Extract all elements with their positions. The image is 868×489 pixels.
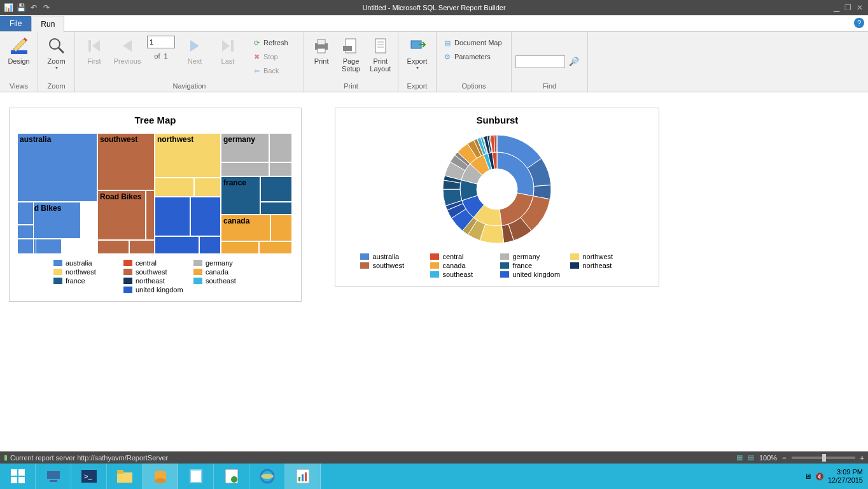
legend-item: united kingdom bbox=[500, 271, 564, 278]
svg-line-2 bbox=[59, 48, 64, 53]
back-button[interactable]: ⬅Back bbox=[249, 64, 291, 78]
taskbar-report-builder[interactable] bbox=[285, 464, 321, 489]
svg-rect-10 bbox=[375, 39, 386, 53]
svg-rect-35 bbox=[298, 477, 300, 481]
treemap-title: Tree Map bbox=[10, 108, 301, 129]
zoom-slider[interactable] bbox=[792, 457, 855, 459]
zoom-button[interactable]: Zoom ▾ bbox=[42, 34, 71, 71]
legend-item: northwest bbox=[570, 253, 634, 260]
legend-item: canada bbox=[193, 268, 257, 276]
svg-rect-9 bbox=[343, 46, 352, 51]
redo-icon[interactable]: ↷ bbox=[42, 3, 51, 12]
tray-icon-2[interactable]: 🔇 bbox=[815, 472, 824, 481]
parameters-button[interactable]: ⚙Parameters bbox=[440, 50, 505, 64]
last-button[interactable]: Last bbox=[213, 34, 243, 65]
taskbar-ie[interactable] bbox=[249, 464, 285, 489]
treemap-cell bbox=[155, 178, 194, 197]
svg-point-1 bbox=[50, 39, 60, 49]
next-button[interactable]: Next bbox=[179, 34, 210, 65]
treemap-cell bbox=[269, 162, 292, 176]
legend-item: southeast bbox=[430, 271, 494, 278]
parameters-icon: ⚙ bbox=[443, 52, 452, 61]
treemap-cell bbox=[155, 236, 199, 254]
taskbar-ssdt[interactable] bbox=[214, 464, 249, 489]
svg-rect-24 bbox=[117, 470, 123, 474]
document-map-button[interactable]: ▤Document Map bbox=[440, 36, 505, 50]
svg-point-27 bbox=[155, 478, 166, 483]
design-button[interactable]: Design bbox=[4, 34, 34, 65]
print-button[interactable]: Print bbox=[308, 34, 335, 65]
taskbar-notepad[interactable] bbox=[178, 464, 214, 489]
treemap-cell bbox=[269, 133, 292, 162]
treemap-cell bbox=[260, 176, 292, 202]
treemap-cell bbox=[199, 236, 221, 254]
previous-button[interactable]: Previous bbox=[112, 34, 143, 65]
treemap-cell bbox=[146, 190, 155, 240]
legend-item: australia bbox=[360, 253, 424, 260]
close-icon[interactable]: ✕ bbox=[857, 3, 863, 12]
design-icon bbox=[9, 36, 29, 56]
start-button[interactable] bbox=[0, 464, 36, 489]
stop-button[interactable]: ✖Stop bbox=[249, 50, 291, 64]
legend-item: northeast bbox=[570, 262, 634, 269]
help-icon[interactable]: ? bbox=[854, 18, 864, 28]
taskbar-powershell[interactable]: >_ bbox=[71, 464, 107, 489]
view-icon-2[interactable]: ▤ bbox=[748, 453, 754, 462]
export-button[interactable]: Export ▾ bbox=[402, 34, 432, 71]
ribbon-tabs: File Run ? bbox=[0, 15, 868, 32]
svg-rect-19 bbox=[47, 471, 60, 479]
back-icon: ⬅ bbox=[252, 66, 261, 75]
tray-clock[interactable]: 3:09 PM 12/27/2015 bbox=[828, 468, 863, 485]
tab-run[interactable]: Run bbox=[31, 17, 64, 32]
sunburst-chart bbox=[427, 132, 567, 246]
svg-rect-3 bbox=[88, 40, 91, 52]
taskbar-server-manager[interactable] bbox=[36, 464, 71, 489]
find-input[interactable] bbox=[515, 55, 565, 68]
print-icon bbox=[311, 36, 332, 56]
treemap-region-uk bbox=[155, 197, 190, 236]
treemap-panel: Tree Map australia Road Bikes southwest … bbox=[9, 108, 302, 302]
treemap-cell bbox=[129, 240, 155, 254]
svg-rect-17 bbox=[11, 477, 17, 483]
svg-rect-0 bbox=[11, 50, 27, 54]
tray-icon-1[interactable]: 🖥 bbox=[804, 472, 811, 480]
taskbar-ssms[interactable] bbox=[143, 464, 178, 489]
zoom-icon bbox=[46, 36, 67, 56]
minimize-icon[interactable]: ▁ bbox=[834, 3, 839, 12]
next-icon bbox=[185, 36, 205, 56]
previous-icon bbox=[117, 36, 137, 56]
legend-item: southwest bbox=[360, 262, 424, 269]
zoom-in-button[interactable]: + bbox=[860, 454, 864, 462]
legend-item: central bbox=[430, 253, 494, 260]
export-icon bbox=[407, 36, 428, 56]
zoom-out-button[interactable]: − bbox=[782, 454, 786, 462]
titlebar: 📊 💾 ↶ ↷ Untitled - Microsoft SQL Server … bbox=[0, 0, 868, 15]
taskbar-explorer[interactable] bbox=[107, 464, 143, 489]
view-icon-1[interactable]: ▦ bbox=[736, 453, 743, 462]
svg-rect-23 bbox=[117, 472, 132, 483]
svg-rect-20 bbox=[50, 480, 57, 482]
print-layout-button[interactable]: Print Layout bbox=[367, 34, 394, 73]
legend-item: northeast bbox=[123, 277, 187, 285]
first-button[interactable]: First bbox=[79, 34, 109, 65]
report-canvas: Tree Map australia Road Bikes southwest … bbox=[0, 92, 868, 451]
undo-icon[interactable]: ↶ bbox=[29, 3, 38, 12]
svg-rect-15 bbox=[11, 469, 17, 476]
svg-rect-6 bbox=[318, 39, 325, 45]
find-icon[interactable]: 🔎 bbox=[569, 57, 579, 66]
treemap-cell bbox=[221, 241, 259, 254]
legend-item: southeast bbox=[193, 277, 257, 285]
page-input[interactable] bbox=[147, 36, 175, 48]
svg-rect-37 bbox=[305, 472, 307, 481]
group-find-label: Find bbox=[512, 82, 587, 92]
svg-point-33 bbox=[261, 474, 274, 479]
treemap-cell bbox=[259, 241, 292, 254]
refresh-button[interactable]: ⟳Refresh bbox=[249, 36, 291, 50]
app-icon: 📊 bbox=[4, 3, 13, 12]
sunburst-panel: Sunburst australiacentralgermanynorthwes… bbox=[335, 108, 659, 287]
save-icon[interactable]: 💾 bbox=[17, 3, 25, 12]
refresh-icon: ⟳ bbox=[252, 38, 261, 47]
restore-icon[interactable]: ❐ bbox=[844, 3, 851, 12]
tab-file[interactable]: File bbox=[0, 16, 31, 31]
page-setup-button[interactable]: Page Setup bbox=[337, 34, 364, 73]
